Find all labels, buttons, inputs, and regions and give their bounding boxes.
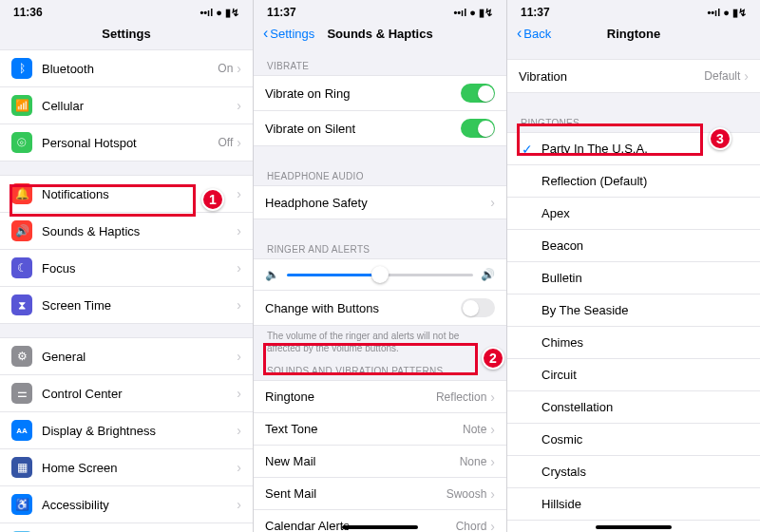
chevron-right-icon: ›	[490, 390, 495, 405]
ringtone-row[interactable]: Hillside	[507, 488, 760, 521]
vibrate-row[interactable]: Vibrate on Silent	[254, 111, 506, 145]
ringtone-row[interactable]: Bulletin	[507, 262, 760, 294]
chevron-right-icon: ›	[237, 223, 241, 238]
status-bar: 11:36 ••ıl ● ▮↯	[0, 0, 253, 21]
row-label: Vibration	[519, 69, 704, 84]
row-label: Beacon	[542, 238, 749, 253]
chevron-right-icon: ›	[490, 519, 495, 533]
back-button[interactable]: ‹Settings	[263, 25, 314, 42]
chevron-right-icon: ›	[237, 460, 241, 475]
chevron-right-icon: ›	[237, 135, 241, 150]
toggle[interactable]	[461, 84, 495, 103]
person-icon: ♿	[11, 494, 32, 515]
row-change-with-buttons[interactable]: Change with Buttons	[254, 291, 506, 325]
ringtone-row[interactable]: Cosmic	[507, 424, 760, 456]
ringtone-row[interactable]: Chimes	[507, 327, 760, 359]
screen-settings-root: 11:36 ••ıl ● ▮↯ Settings ᛒBluetoothOn›📶C…	[0, 0, 254, 532]
ringtone-row[interactable]: Apex	[507, 198, 760, 230]
row-label: By The Seaside	[542, 303, 749, 317]
chevron-right-icon: ›	[237, 186, 241, 201]
volume-slider[interactable]	[287, 274, 473, 276]
clock: 11:37	[521, 6, 550, 19]
vibrate-row[interactable]: Vibrate on Ring	[254, 76, 506, 111]
pattern-row[interactable]: Sent MailSwoosh›	[254, 478, 506, 510]
home-indicator	[342, 525, 418, 529]
row-label: Circuit	[542, 368, 749, 382]
hotspot-icon: ⦾	[11, 132, 32, 153]
row-label: Focus	[42, 261, 237, 276]
checkmark-icon: ✓	[519, 142, 536, 157]
status-icons: ••ıl ● ▮↯	[453, 7, 493, 19]
row-label: Bulletin	[542, 271, 749, 285]
settings-row[interactable]: ⧗Screen Time›	[0, 287, 253, 323]
callout-1: 1	[201, 188, 224, 211]
section-headphone: HEADPHONE AUDIO	[254, 160, 506, 185]
callout-3: 3	[709, 127, 732, 150]
chevron-right-icon: ›	[237, 260, 241, 276]
toggle[interactable]	[461, 119, 495, 138]
row-label: Text Tone	[265, 422, 463, 436]
switches-icon: ⚌	[11, 383, 32, 404]
nav-bar: Settings	[0, 21, 253, 49]
chevron-right-icon: ›	[237, 423, 241, 438]
slider-thumb[interactable]	[371, 266, 389, 283]
settings-row[interactable]: 🔊Sounds & Haptics›	[0, 213, 253, 250]
settings-row[interactable]: ⦾Personal HotspotOff›	[0, 124, 253, 161]
row-value: Default	[704, 69, 740, 83]
row-label: Hillside	[542, 497, 749, 511]
section-ringer: RINGER AND ALERTS	[254, 233, 506, 258]
screen-ringtone: 11:37 ••ıl ● ▮↯ ‹Back Ringtone Vibration…	[507, 0, 760, 532]
row-label: Sounds & Haptics	[42, 224, 237, 238]
chevron-right-icon: ›	[237, 61, 241, 76]
settings-row[interactable]: ☾Focus›	[0, 250, 253, 287]
chevron-right-icon: ›	[490, 454, 495, 469]
ringtone-row[interactable]: Reflection (Default)	[507, 165, 760, 198]
bell-icon: 🔔	[11, 183, 32, 204]
row-label: Home Screen	[42, 461, 237, 475]
ringtone-row[interactable]: Crystals	[507, 456, 760, 488]
cellular-icon: 📶	[11, 95, 32, 116]
toggle-change-buttons[interactable]	[461, 298, 495, 317]
row-label: Control Center	[42, 387, 237, 401]
back-button[interactable]: ‹Back	[517, 25, 551, 42]
row-headphone-safety[interactable]: Headphone Safety ›	[254, 186, 506, 218]
settings-row[interactable]: ♿Accessibility›	[0, 486, 253, 523]
settings-list[interactable]: ᛒBluetoothOn›📶Cellular›⦾Personal Hotspot…	[0, 49, 253, 532]
settings-row[interactable]: 📶Cellular›	[0, 87, 253, 124]
row-label: Ringtone	[265, 390, 436, 404]
pattern-row[interactable]: Text ToneNote›	[254, 413, 506, 446]
row-label: Screen Time	[42, 298, 237, 313]
settings-row[interactable]: ▦Home Screen›	[0, 449, 253, 486]
chevron-left-icon: ‹	[263, 25, 268, 42]
row-label: Chimes	[542, 335, 749, 350]
row-label: Display & Brightness	[42, 424, 237, 438]
row-label: Sent Mail	[265, 486, 446, 501]
speaker-icon: 🔊	[11, 220, 32, 241]
pattern-row[interactable]: New MailNone›	[254, 446, 506, 478]
sounds-list[interactable]: VIBRATE Vibrate on RingVibrate on Silent…	[254, 49, 506, 532]
settings-row[interactable]: ❀Wallpaper›	[0, 523, 253, 532]
ringtone-row[interactable]: Beacon	[507, 230, 760, 262]
ringtone-row[interactable]: Circuit	[507, 359, 760, 391]
settings-row[interactable]: ᛒBluetoothOn›	[0, 50, 253, 87]
row-label: Vibrate on Ring	[265, 86, 461, 101]
clock: 11:37	[267, 6, 296, 19]
status-icons: ••ıl ● ▮↯	[200, 7, 239, 19]
row-vibration[interactable]: Vibration Default ›	[507, 60, 760, 92]
settings-row[interactable]: ⚌Control Center›	[0, 375, 253, 412]
settings-row[interactable]: ⚙General›	[0, 338, 253, 375]
settings-row[interactable]: AADisplay & Brightness›	[0, 412, 253, 449]
row-label: Change with Buttons	[265, 301, 461, 315]
nav-bar: ‹Settings Sounds & Haptics	[254, 21, 506, 49]
row-value: Swoosh	[446, 487, 487, 501]
ringtone-row[interactable]: Constellation	[507, 391, 760, 424]
ringtone-list[interactable]: Vibration Default › RINGTONES ✓Party In …	[507, 49, 760, 532]
ringtone-row[interactable]: By The Seaside	[507, 294, 760, 327]
page-title: Ringtone	[607, 27, 660, 41]
pattern-row[interactable]: RingtoneReflection›	[254, 381, 506, 413]
row-label: Cosmic	[542, 432, 749, 446]
status-bar: 11:37 ••ıl ● ▮↯	[507, 0, 760, 21]
chevron-right-icon: ›	[490, 195, 495, 210]
row-value: On	[218, 62, 233, 75]
page-title: Sounds & Haptics	[327, 27, 432, 41]
